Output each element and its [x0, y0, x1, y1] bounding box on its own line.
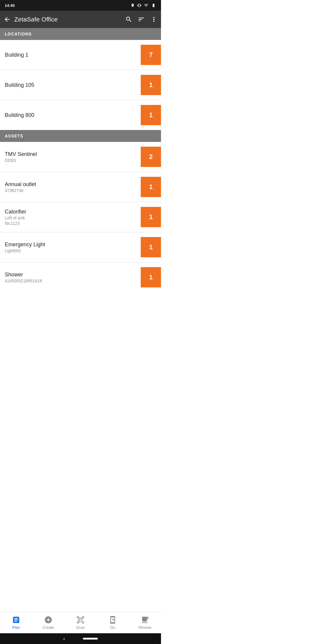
item-badge: 1 — [141, 237, 161, 257]
more-options-button[interactable] — [150, 16, 157, 23]
app-bar-actions — [125, 16, 157, 23]
item-text: Building 105 — [5, 82, 34, 88]
item-text: Calorifier Left of sink tbc1123 — [5, 209, 26, 226]
item-badge: 1 — [141, 105, 161, 125]
item-title: Emergency Light — [5, 242, 45, 248]
list-item[interactable]: Calorifier Left of sink tbc1123 1 — [0, 202, 161, 232]
item-title: Annual outlet — [5, 181, 36, 188]
item-text: Shower 4145055218951618 — [5, 272, 42, 283]
item-badge: 1 — [141, 207, 161, 227]
assets-section-header: ASSETS — [0, 130, 161, 142]
item-badge: 1 — [141, 267, 161, 287]
item-title: TMV Sentinel — [5, 151, 37, 157]
app-bar-title: ZetaSafe Office — [14, 16, 122, 23]
item-badge: 1 — [141, 177, 161, 197]
filter-button[interactable] — [138, 16, 145, 23]
app-bar: ZetaSafe Office — [0, 11, 161, 28]
list-item[interactable]: Shower 4145055218951618 1 — [0, 262, 161, 292]
item-badge: 1 — [141, 75, 161, 95]
item-badge: 7 — [141, 45, 161, 65]
locations-section-header: LOCATIONS — [0, 28, 161, 40]
item-text: TMV Sentinel 02001 — [5, 151, 37, 163]
item-title: Building 105 — [5, 82, 34, 88]
status-icons — [131, 3, 156, 7]
list-item[interactable]: Annual outlet 37362738 1 — [0, 172, 161, 202]
vibrate-icon — [137, 3, 141, 7]
wifi-icon — [144, 3, 148, 7]
item-text: Annual outlet 37362738 — [5, 181, 36, 193]
list-item[interactable]: Building 105 1 — [0, 70, 161, 100]
status-time: 14:45 — [5, 3, 15, 8]
list-item[interactable]: TMV Sentinel 02001 2 — [0, 142, 161, 172]
item-title: Calorifier — [5, 209, 26, 215]
item-badge: 2 — [141, 147, 161, 167]
item-subtitle: 02001 — [5, 158, 37, 163]
status-bar: 14:45 — [0, 0, 161, 11]
item-subtitle: 37362738 — [5, 188, 36, 193]
item-text: Emergency Light Light002 — [5, 242, 45, 253]
item-text: Building 800 — [5, 112, 34, 118]
item-title: Building 800 — [5, 112, 34, 118]
battery-icon — [151, 3, 156, 7]
item-title: Shower — [5, 272, 42, 278]
item-title: Building 1 — [5, 52, 28, 58]
location-icon — [131, 3, 135, 7]
assets-list: TMV Sentinel 02001 2 Annual outlet 37362… — [0, 142, 161, 292]
item-subtitle2: tbc1123 — [5, 221, 26, 226]
search-button[interactable] — [125, 16, 132, 23]
list-item[interactable]: Building 1 7 — [0, 40, 161, 70]
list-item[interactable]: Building 800 1 — [0, 100, 161, 130]
list-item[interactable]: Emergency Light Light002 1 — [0, 232, 161, 262]
main-content: LOCATIONS Building 1 7 Building 105 1 Bu… — [0, 28, 161, 324]
item-subtitle: 4145055218951618 — [5, 278, 42, 283]
back-button[interactable] — [4, 16, 11, 23]
item-subtitle: Left of sink — [5, 216, 26, 220]
item-subtitle: Light002 — [5, 248, 45, 253]
locations-list: Building 1 7 Building 105 1 Building 800… — [0, 40, 161, 130]
item-text: Building 1 — [5, 52, 28, 58]
